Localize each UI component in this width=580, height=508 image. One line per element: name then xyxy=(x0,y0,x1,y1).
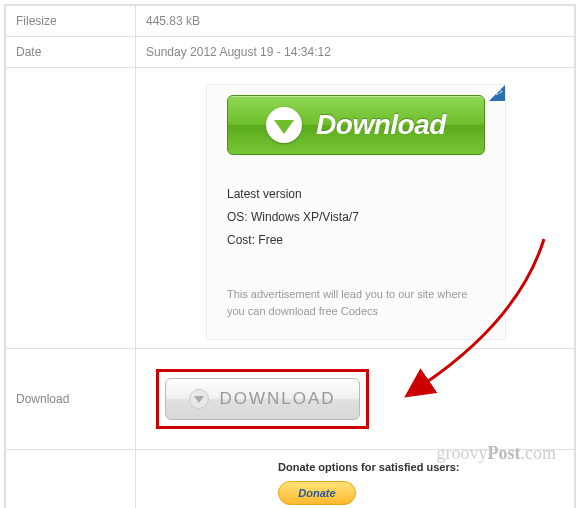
download-arrow-icon xyxy=(266,107,302,143)
watermark: groovyPost.com xyxy=(437,443,557,464)
row-download: Download DOWNLOAD xyxy=(6,349,575,450)
ad-disclaimer: This advertisement will lead you to our … xyxy=(227,286,485,319)
advertisement: ▷ Download Latest version OS: Windows XP… xyxy=(206,84,506,340)
donate-section: Donate options for satisfied users: Dona… xyxy=(278,460,564,508)
download-button-text: DOWNLOAD xyxy=(219,389,335,409)
donate-button[interactable]: Donate xyxy=(278,481,356,505)
row-date: Date Sunday 2012 August 19 - 14:34:12 xyxy=(6,37,575,68)
filesize-value: 445.83 kB xyxy=(136,6,575,37)
ad-download-button[interactable]: Download xyxy=(227,95,485,155)
info-table: Filesize 445.83 kB Date Sunday 2012 Augu… xyxy=(4,4,576,508)
date-label: Date xyxy=(6,37,136,68)
ad-os: OS: Windows XP/Vista/7 xyxy=(227,206,485,229)
ad-cost: Cost: Free xyxy=(227,229,485,252)
row-filesize: Filesize 445.83 kB xyxy=(6,6,575,37)
adchoices-icon[interactable]: ▷ xyxy=(489,85,505,101)
download-highlight-box: DOWNLOAD xyxy=(156,369,369,429)
download-label: Download xyxy=(6,349,136,450)
date-value: Sunday 2012 August 19 - 14:34:12 xyxy=(136,37,575,68)
filesize-label: Filesize xyxy=(6,6,136,37)
ad-info: Latest version OS: Windows XP/Vista/7 Co… xyxy=(227,183,485,251)
ad-download-text: Download xyxy=(316,109,446,141)
download-button[interactable]: DOWNLOAD xyxy=(165,378,360,420)
download-arrow-icon xyxy=(189,389,209,409)
ad-version: Latest version xyxy=(227,183,485,206)
row-ad: ▷ Download Latest version OS: Windows XP… xyxy=(6,68,575,349)
